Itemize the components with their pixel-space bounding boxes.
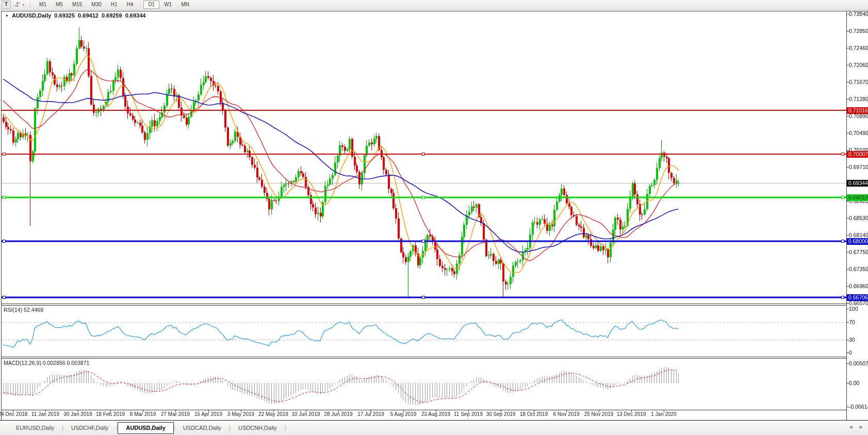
collapse-icon[interactable]: ▼ — [5, 14, 9, 18]
tab-scroll-arrows: ◀ ▶ — [843, 425, 863, 429]
macd-label: MACD(12,26,9) 0.002856 0.003871 — [4, 360, 89, 366]
timeframe-button-mn[interactable]: MN — [176, 1, 194, 9]
chart-tools-button[interactable]: ▼ — [12, 0, 27, 10]
chart-tab-usdchf[interactable]: USDCHF,Daily — [63, 422, 116, 434]
timeframe-button-h1[interactable]: H1 — [106, 1, 122, 9]
tab-separator: | — [285, 424, 286, 431]
timeframe-toolbar: M1M5M15M30H1H4D1W1MN — [35, 1, 194, 9]
arrows-icon — [14, 0, 21, 9]
ohlc-high: 0.69412 — [78, 12, 99, 19]
ohlc-low: 0.69259 — [102, 12, 122, 19]
ohlc-close: 0.69344 — [125, 12, 146, 19]
chart-tab-bar: EURUSD,Daily|USDCHF,Daily|AUDUSD,Daily|U… — [0, 421, 868, 435]
macd-panel-top-border — [1, 358, 846, 359]
timeframe-button-m30[interactable]: M30 — [87, 1, 106, 9]
timeframe-button-m15[interactable]: M15 — [68, 1, 87, 9]
ohlc-open: 0.69325 — [54, 12, 75, 19]
timeframe-button-d1[interactable]: D1 — [143, 1, 159, 9]
chart-window-top-border — [1, 11, 868, 11]
chart-canvas[interactable] — [0, 0, 868, 435]
timeframe-button-m1[interactable]: M1 — [35, 1, 51, 9]
chart-tab-eurusd[interactable]: EURUSD,Daily — [8, 422, 62, 434]
chart-symbol-label: AUDUSD,Daily — [12, 12, 51, 19]
rsi-macd-divider[interactable] — [1, 357, 846, 357]
chart-shift-marker[interactable] — [858, 10, 863, 14]
chart-tab-audusd[interactable]: AUDUSD,Daily — [118, 422, 173, 434]
tick-chart-button[interactable]: T — [2, 1, 11, 9]
tab-scroll-right-icon[interactable]: ▶ — [860, 425, 863, 429]
timeframe-button-w1[interactable]: W1 — [159, 1, 176, 9]
rsi-panel-top-border — [1, 305, 846, 306]
toolbar-grip[interactable] — [30, 2, 31, 8]
rsi-label: RSI(14) 52.4469 — [4, 307, 43, 313]
main-rsi-divider[interactable] — [1, 304, 846, 304]
timeframe-button-h4[interactable]: H4 — [122, 1, 138, 9]
timeframe-button-m5[interactable]: M5 — [51, 1, 68, 9]
price-axis-divider[interactable] — [846, 11, 847, 420]
date-axis-divider — [1, 410, 846, 410]
toolbar: T ▼ M1M5M15M30H1H4D1W1MN — [0, 0, 868, 10]
chart-title-bar: ▼ AUDUSD,Daily 0.69325 0.69412 0.69259 0… — [5, 12, 145, 19]
chart-tab-usdcad[interactable]: USDCAD,Daily — [175, 422, 229, 434]
chart-tab-usdcnh[interactable]: USDCNH,Daily — [231, 422, 285, 434]
chevron-down-icon: ▼ — [22, 3, 25, 6]
chart-tabs: EURUSD,Daily|USDCHF,Daily|AUDUSD,Daily|U… — [8, 422, 286, 434]
tab-scroll-left-icon[interactable]: ◀ — [849, 425, 852, 429]
mt4-terminal: T ▼ M1M5M15M30H1H4D1W1MN ▼ AUDUSD,Daily … — [0, 0, 868, 435]
timeframe-group-separator — [140, 2, 141, 8]
